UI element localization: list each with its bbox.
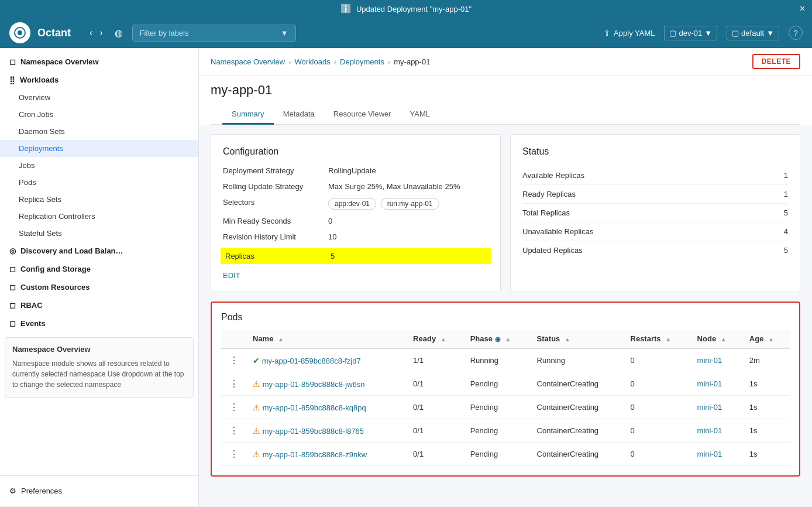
status-warn-icon: ⚠	[253, 403, 260, 412]
row-menu-button[interactable]: ⋮	[227, 448, 241, 460]
configuration-title: Configuration	[223, 146, 488, 157]
name-sort-icon[interactable]: ▲	[278, 336, 284, 342]
sidebar: ◻ Namespace Overview ⣿ Workloads Overvie…	[0, 48, 199, 506]
sidebar-item-pods[interactable]: Pods	[0, 174, 198, 191]
pod-link[interactable]: my-app-01-859bc888c8-jw6sn	[263, 380, 365, 389]
sidebar-item-custom-resources[interactable]: ◻ Custom Resources	[0, 278, 198, 296]
tab-yaml[interactable]: YAML	[401, 105, 439, 125]
config-label-rolling: Rolling Update Strategy	[223, 182, 328, 191]
replica-sets-label: Replica Sets	[19, 195, 61, 204]
pod-link[interactable]: my-app-01-859bc888c8-fzjd7	[262, 357, 361, 365]
pod-node-link[interactable]: mini-01	[697, 403, 722, 412]
workloads-label: Workloads	[20, 76, 59, 84]
pod-status-cell: Running	[531, 348, 625, 372]
namespace-selector[interactable]: ▢ default ▼	[727, 26, 779, 40]
edit-button[interactable]: EDIT	[223, 271, 240, 280]
breadcrumb-deployments[interactable]: Deployments	[340, 57, 384, 66]
content-area: Namespace Overview › Workloads › Deploym…	[199, 48, 812, 506]
notification-close-button[interactable]: ×	[800, 4, 805, 14]
cron-jobs-label: Cron Jobs	[19, 110, 53, 119]
preferences-item[interactable]: ⚙ Preferences	[0, 481, 198, 501]
age-sort-icon[interactable]: ▲	[768, 336, 774, 342]
phase-sort-icon[interactable]: ▲	[505, 336, 511, 342]
pod-status-cell: ContainerCreating	[531, 396, 625, 419]
restarts-sort-icon[interactable]: ▲	[665, 336, 671, 342]
sidebar-item-namespace-overview[interactable]: ◻ Namespace Overview	[0, 53, 198, 71]
pod-link[interactable]: my-app-01-859bc888c8-l8765	[263, 427, 364, 436]
pod-link[interactable]: my-app-01-859bc888c8-z9nkw	[263, 450, 367, 459]
apply-yaml-button[interactable]: ⇧ Apply YAML	[604, 29, 655, 37]
pod-node-link[interactable]: mini-01	[697, 379, 722, 388]
cluster-icon: ▢	[669, 29, 676, 37]
apply-yaml-label: Apply YAML	[614, 29, 655, 37]
breadcrumb-workloads[interactable]: Workloads	[295, 57, 331, 66]
breadcrumb-sep-2: ›	[334, 57, 336, 66]
node-sort-icon[interactable]: ▲	[721, 336, 727, 342]
row-menu-button[interactable]: ⋮	[227, 355, 241, 366]
filter-input[interactable]: Filter by labels ▼	[132, 25, 296, 42]
tab-summary[interactable]: Summary	[222, 105, 274, 125]
sidebar-item-discovery[interactable]: ◎ Discovery and Load Balan…	[0, 242, 198, 260]
row-menu-cell: ⋮	[221, 443, 247, 466]
rbac-label: RBAC	[20, 301, 43, 310]
th-restarts: Restarts ▲	[625, 330, 691, 348]
ready-sort-icon[interactable]: ▲	[441, 336, 446, 342]
pod-restarts-cell: 0	[625, 372, 691, 396]
sidebar-item-daemon-sets[interactable]: Daemon Sets	[0, 123, 198, 140]
sidebar-item-replication-controllers[interactable]: Replication Controllers	[0, 208, 198, 225]
pod-ready-cell: 0/1	[407, 396, 465, 419]
pod-node-link[interactable]: mini-01	[697, 426, 722, 435]
pod-restarts-cell: 0	[625, 443, 691, 466]
sidebar-item-stateful-sets[interactable]: Stateful Sets	[0, 225, 198, 242]
tab-resource-viewer[interactable]: Resource Viewer	[324, 105, 401, 125]
pod-node-cell: mini-01	[691, 396, 744, 419]
table-row: ⋮ ⚠ my-app-01-859bc888c8-l8765 0/1 Pendi…	[221, 419, 790, 443]
forward-button[interactable]: ›	[97, 25, 105, 40]
th-phase: Phase ◉ ▲	[465, 330, 531, 348]
row-menu-button[interactable]: ⋮	[227, 378, 241, 389]
events-label: Events	[20, 319, 46, 328]
breadcrumb-current: my-app-01	[394, 57, 430, 66]
sidebar-item-config-storage[interactable]: ◻ Config and Storage	[0, 260, 198, 278]
breadcrumb: Namespace Overview › Workloads › Deploym…	[199, 48, 812, 76]
pod-node-link[interactable]: mini-01	[697, 450, 722, 458]
sidebar-item-replica-sets[interactable]: Replica Sets	[0, 191, 198, 208]
pod-name-cell: ⚠ my-app-01-859bc888c8-l8765	[247, 419, 407, 443]
tab-metadata[interactable]: Metadata	[274, 105, 324, 125]
row-menu-cell: ⋮	[221, 396, 247, 419]
sidebar-item-workloads[interactable]: ⣿ Workloads	[0, 71, 198, 89]
stateful-sets-label: Stateful Sets	[19, 229, 62, 238]
th-status: Status ▲	[531, 330, 625, 348]
pod-node-link[interactable]: mini-01	[697, 356, 722, 365]
pod-name-cell: ⚠ my-app-01-859bc888c8-jw6sn	[247, 372, 407, 396]
status-value-unavailable: 4	[784, 227, 788, 236]
sidebar-item-deployments[interactable]: Deployments	[0, 140, 198, 157]
help-button[interactable]: ?	[789, 26, 803, 40]
sidebar-item-events[interactable]: ◻ Events	[0, 314, 198, 333]
overview-label: Overview	[19, 93, 50, 102]
pod-link[interactable]: my-app-01-859bc888c8-kq8pq	[263, 403, 366, 412]
config-row-strategy: Deployment Strategy RollingUpdate	[223, 166, 488, 175]
history-button[interactable]: ◍	[112, 25, 125, 41]
breadcrumb-namespace-overview[interactable]: Namespace Overview	[211, 57, 285, 66]
pods-title: Pods	[221, 312, 790, 323]
status-sort-icon[interactable]: ▲	[565, 336, 570, 342]
delete-button[interactable]: DELETE	[752, 54, 800, 69]
pod-name-cell: ⚠ my-app-01-859bc888c8-kq8pq	[247, 396, 407, 419]
row-menu-button[interactable]: ⋮	[227, 402, 241, 413]
breadcrumb-sep-3: ›	[388, 57, 390, 66]
phase-filter-icon[interactable]: ◉	[495, 335, 501, 342]
config-label-strategy: Deployment Strategy	[223, 166, 328, 175]
pod-phase-cell: Pending	[465, 443, 531, 466]
sidebar-item-cron-jobs[interactable]: Cron Jobs	[0, 106, 198, 123]
cluster-selector[interactable]: ▢ dev-01 ▼	[664, 26, 717, 40]
sidebar-item-overview[interactable]: Overview	[0, 89, 198, 106]
row-menu-button[interactable]: ⋮	[227, 425, 241, 436]
sidebar-item-rbac[interactable]: ◻ RBAC	[0, 296, 198, 314]
namespace-widget-text: Namespace module shows all resources rel…	[12, 358, 186, 390]
back-button[interactable]: ‹	[87, 25, 95, 40]
selector-tag-app: app:dev-01	[328, 198, 376, 210]
table-row: ⋮ ✔ my-app-01-859bc888c8-fzjd7 1/1 Runni…	[221, 348, 790, 372]
sidebar-item-jobs[interactable]: Jobs	[0, 157, 198, 174]
row-menu-cell: ⋮	[221, 348, 247, 372]
